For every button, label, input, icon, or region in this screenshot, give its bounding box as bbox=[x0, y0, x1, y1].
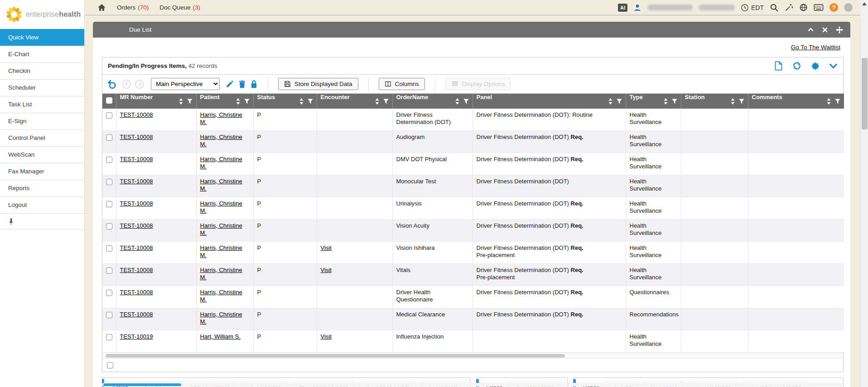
filter-icon[interactable] bbox=[308, 99, 313, 104]
user-icon[interactable] bbox=[633, 4, 641, 12]
sort-icon[interactable] bbox=[608, 98, 612, 105]
table-horizontal-scrollbar[interactable] bbox=[102, 353, 843, 358]
patient-link[interactable]: Harris, Christine M. bbox=[200, 156, 242, 170]
delete-perspective-icon[interactable] bbox=[238, 80, 246, 88]
sidebar-item-control-panel[interactable]: Control Panel bbox=[0, 129, 84, 146]
vertical-scrollbar-thumb[interactable] bbox=[862, 58, 868, 129]
store-displayed-data-button[interactable]: Store Displayed Data bbox=[278, 78, 358, 90]
patient-link[interactable]: Harris, Christine M. bbox=[200, 289, 242, 303]
visit-link[interactable]: Visit bbox=[321, 244, 332, 251]
mr-number-link[interactable]: TEST-10008 bbox=[120, 311, 153, 318]
sort-icon[interactable] bbox=[664, 98, 668, 105]
filter-icon[interactable] bbox=[463, 99, 469, 104]
gear-icon[interactable] bbox=[811, 62, 820, 71]
table-horizontal-scrollbar-thumb[interactable] bbox=[106, 354, 565, 358]
filter-icon[interactable] bbox=[187, 99, 193, 104]
sidebar-item-scheduler[interactable]: Scheduler bbox=[0, 79, 84, 96]
scroll-up-arrow-icon[interactable] bbox=[862, 2, 867, 5]
row-checkbox[interactable] bbox=[106, 223, 112, 229]
sidebar-item-quick-view[interactable]: Quick View bbox=[0, 29, 84, 46]
sort-icon[interactable] bbox=[299, 98, 304, 105]
footer-select-all-checkbox[interactable] bbox=[107, 362, 113, 368]
sidebar-item-task-list[interactable]: Task List bbox=[0, 96, 84, 113]
patient-link[interactable]: Harris, Christine M. bbox=[200, 178, 242, 192]
filter-icon[interactable] bbox=[617, 99, 622, 104]
help-icon[interactable]: ? bbox=[829, 3, 838, 12]
new-document-icon[interactable] bbox=[774, 61, 783, 71]
filter-icon[interactable] bbox=[244, 99, 250, 104]
ai-badge[interactable]: AI bbox=[618, 4, 627, 12]
keyboard-icon[interactable] bbox=[814, 4, 824, 11]
display-options-button[interactable]: Display Options bbox=[445, 78, 511, 90]
sidebar-item-e-sign[interactable]: E-Sign bbox=[0, 113, 84, 129]
visit-link[interactable]: Visit bbox=[321, 267, 332, 273]
collapse-icon[interactable] bbox=[807, 26, 814, 33]
sort-icon[interactable] bbox=[179, 98, 183, 105]
filter-icon[interactable] bbox=[835, 99, 840, 104]
row-checkbox[interactable] bbox=[106, 290, 112, 296]
row-checkbox[interactable] bbox=[106, 334, 112, 340]
next-perspective-icon[interactable] bbox=[135, 80, 144, 89]
timezone-button[interactable]: EDT bbox=[741, 4, 764, 12]
row-checkbox[interactable] bbox=[106, 112, 112, 119]
sidebar-item-webscan[interactable]: WebScan bbox=[0, 146, 84, 163]
patient-link[interactable]: Hart, William S. bbox=[200, 333, 241, 340]
wand-icon[interactable] bbox=[785, 3, 793, 12]
row-checkbox[interactable] bbox=[106, 268, 112, 274]
sort-icon[interactable] bbox=[827, 98, 831, 105]
sidebar-item-e-chart[interactable]: E-Chart bbox=[0, 46, 84, 62]
mr-number-link[interactable]: TEST-10008 bbox=[120, 289, 153, 296]
mr-number-link[interactable]: TEST-10008 bbox=[120, 111, 153, 118]
filter-icon[interactable] bbox=[739, 99, 744, 104]
row-checkbox[interactable] bbox=[106, 245, 112, 252]
mr-number-link[interactable]: TEST-10008 bbox=[120, 178, 153, 185]
patient-link[interactable]: Harris, Christine M. bbox=[200, 244, 242, 258]
row-checkbox[interactable] bbox=[106, 157, 112, 163]
patient-link[interactable]: Harris, Christine M. bbox=[200, 111, 242, 125]
sidebar-item-checkin[interactable]: Checkin bbox=[0, 62, 84, 79]
previous-perspective-icon[interactable] bbox=[122, 80, 131, 89]
mr-number-link[interactable]: TEST-10008 bbox=[120, 200, 153, 207]
row-checkbox[interactable] bbox=[106, 201, 112, 207]
columns-button[interactable]: Columns bbox=[379, 78, 425, 90]
panel-horizontal-scrollbar-thumb[interactable] bbox=[103, 383, 181, 386]
patient-link[interactable]: Harris, Christine M. bbox=[200, 200, 242, 214]
lock-perspective-icon[interactable] bbox=[250, 80, 258, 88]
visit-link[interactable]: Visit bbox=[321, 333, 332, 340]
chevron-down-icon[interactable] bbox=[829, 62, 838, 70]
perspective-select[interactable]: Main Perspective bbox=[151, 78, 220, 90]
mr-number-link[interactable]: TEST-10008 bbox=[120, 156, 153, 162]
row-checkbox[interactable] bbox=[106, 134, 112, 141]
sidebar-item-reports[interactable]: Reports bbox=[0, 180, 84, 196]
filter-icon[interactable] bbox=[672, 99, 677, 104]
mr-number-link[interactable]: TEST-10008 bbox=[120, 267, 153, 273]
sort-icon[interactable] bbox=[455, 98, 459, 105]
sort-icon[interactable] bbox=[731, 98, 735, 105]
edit-perspective-icon[interactable] bbox=[226, 80, 234, 88]
refresh-icon[interactable] bbox=[792, 61, 802, 71]
sidebar-item-logout[interactable]: Logout bbox=[0, 196, 84, 213]
nav-item-orders[interactable]: Orders (70) bbox=[117, 4, 149, 11]
undo-icon[interactable] bbox=[107, 79, 117, 89]
row-checkbox[interactable] bbox=[106, 179, 112, 185]
filter-icon[interactable] bbox=[383, 99, 389, 104]
sort-icon[interactable] bbox=[236, 98, 240, 105]
close-icon[interactable] bbox=[822, 27, 828, 33]
sidebar-item-fax-manager[interactable]: Fax Manager bbox=[0, 163, 84, 180]
mr-number-link[interactable]: TEST-10008 bbox=[120, 222, 153, 229]
vertical-scrollbar[interactable] bbox=[860, 0, 868, 387]
patient-link[interactable]: Harris, Christine M. bbox=[200, 222, 242, 236]
patient-link[interactable]: Harris, Christine M. bbox=[200, 134, 242, 148]
select-all-checkbox[interactable] bbox=[106, 97, 112, 104]
go-to-waitlist-link[interactable]: Go To The Waitlist bbox=[791, 44, 840, 51]
sidebar-pin-button[interactable] bbox=[0, 213, 84, 229]
move-icon[interactable] bbox=[836, 26, 843, 33]
nav-item-doc-queue[interactable]: Doc Queue (3) bbox=[159, 4, 200, 11]
mr-number-link[interactable]: TEST-10008 bbox=[120, 134, 153, 140]
globe-icon[interactable] bbox=[799, 3, 808, 12]
patient-link[interactable]: Harris, Christine M. bbox=[200, 311, 242, 325]
row-checkbox[interactable] bbox=[106, 312, 112, 318]
search-icon[interactable] bbox=[770, 3, 779, 12]
patient-link[interactable]: Harris, Christine M. bbox=[200, 267, 242, 281]
sort-icon[interactable] bbox=[375, 98, 379, 105]
